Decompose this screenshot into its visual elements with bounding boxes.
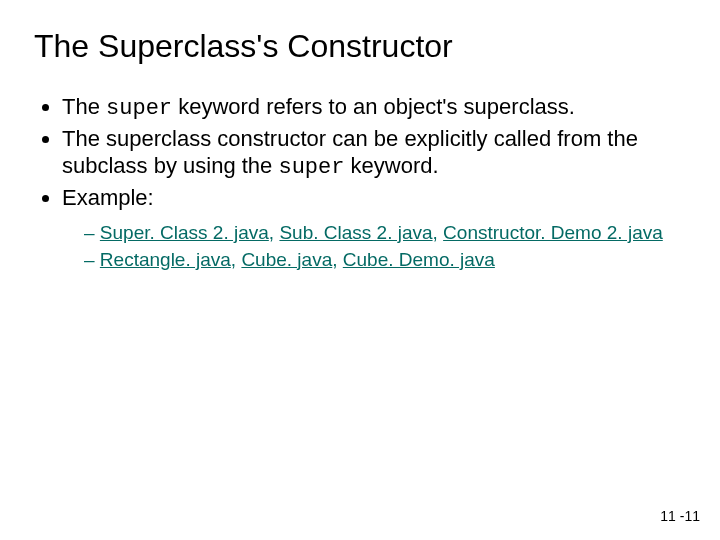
link-subclass2[interactable]: Sub. Class 2. java [279,222,432,243]
link-cubedemo[interactable]: Cube. Demo. java [343,249,495,270]
slide-title: The Superclass's Constructor [34,28,686,65]
separator: , [433,222,444,243]
separator: , [332,249,343,270]
sub-item-1: Super. Class 2. java, Sub. Class 2. java… [84,221,686,246]
separator: , [269,222,280,243]
slide: The Superclass's Constructor The super k… [0,0,720,540]
bullet-item-2: The superclass constructor can be explic… [62,125,686,182]
sub-item-2: Rectangle. java, Cube. java, Cube. Demo.… [84,248,686,273]
keyword-super: super [106,96,172,121]
text: The [62,94,106,119]
link-rectangle[interactable]: Rectangle. java [100,249,231,270]
bullet-item-1: The super keyword refers to an object's … [62,93,686,123]
keyword-super: super [278,155,344,180]
text: keyword refers to an object's superclass… [172,94,575,119]
page-number: 11 -11 [660,508,700,524]
link-superclass2[interactable]: Super. Class 2. java [100,222,269,243]
sub-list: Super. Class 2. java, Sub. Class 2. java… [62,221,686,272]
text: keyword. [344,153,438,178]
link-constructordemo2[interactable]: Constructor. Demo 2. java [443,222,663,243]
text: Example: [62,185,154,210]
bullet-item-3: Example: Super. Class 2. java, Sub. Clas… [62,184,686,273]
bullet-list: The super keyword refers to an object's … [34,93,686,272]
separator: , [231,249,242,270]
link-cube[interactable]: Cube. java [241,249,332,270]
